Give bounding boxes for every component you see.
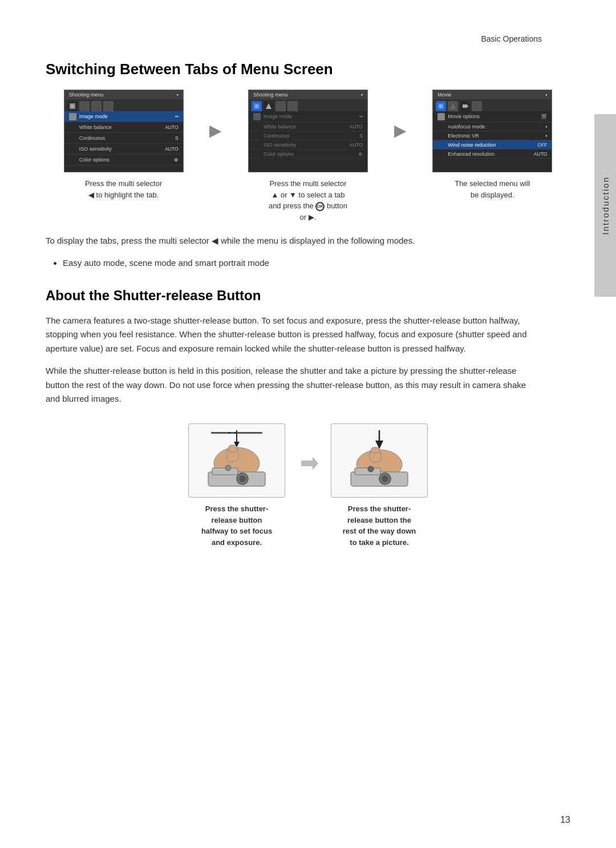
section2-para-1: The camera features a two-stage shutter-… bbox=[46, 314, 570, 356]
ms-value-3-1: 🎬 bbox=[541, 114, 547, 119]
ms-label-2-2: White balance bbox=[253, 124, 350, 130]
ms-label-3-2: Autofocus mode bbox=[437, 124, 545, 130]
ms-row-3-3: Electronic VR ▪ bbox=[433, 131, 552, 140]
section-label: Basic Operations bbox=[481, 34, 542, 43]
ms-label-1-3: Continuous bbox=[79, 135, 175, 141]
svg-marker-4 bbox=[266, 103, 271, 109]
arrow-1: ▶ bbox=[207, 90, 224, 140]
bullet-item-1: Easy auto mode, scene mode and smart por… bbox=[63, 256, 542, 270]
svg-point-1 bbox=[71, 104, 74, 108]
ms-header-1: Shooting menu ▪ bbox=[64, 90, 183, 99]
ms-tab-3 bbox=[91, 101, 102, 111]
ms-icon-2-img bbox=[253, 113, 261, 120]
ms-label-2-1: Image mode bbox=[264, 114, 359, 119]
ms-value-1-4: AUTO bbox=[165, 146, 178, 152]
svg-marker-7 bbox=[450, 103, 456, 109]
ms-tab-2-4 bbox=[287, 101, 298, 111]
ms-label-3-4: Wind noise reduction bbox=[437, 142, 537, 148]
ms-row-1-5: Color options ⊗ bbox=[64, 155, 183, 165]
ms-label-2-4: ISO sensitivity bbox=[253, 142, 350, 148]
ms-tab-2-3 bbox=[275, 101, 286, 111]
ms-row-1-4: ISO sensitivity AUTO bbox=[64, 144, 183, 155]
section1-title: Switching Between Tabs of Menu Screen bbox=[46, 60, 570, 78]
svg-point-23 bbox=[239, 475, 246, 482]
ms-row-2-3: Continuous S bbox=[249, 131, 367, 140]
ms-header-3: Movie ▪ bbox=[433, 90, 552, 99]
section2-title: About the Shutter-release Button bbox=[46, 288, 570, 304]
svg-rect-20 bbox=[212, 468, 238, 475]
menu-screenshot-3: Movie ▪ Movie opt bbox=[432, 90, 552, 172]
page: Introduction Basic Operations Switching … bbox=[0, 0, 616, 848]
ms-tab-active bbox=[67, 101, 78, 111]
ms-label-2-3: Continuous bbox=[253, 133, 359, 139]
ms-row-1-3: Continuous S bbox=[64, 133, 183, 144]
screenshot-block-1: Shooting menu ▪ Image mode ▪▪ bbox=[46, 90, 201, 200]
ms-tab-3-2 bbox=[448, 101, 458, 111]
ms-tabs-2 bbox=[249, 99, 367, 111]
svg-rect-31 bbox=[355, 468, 380, 475]
screenshot-block-2: Shooting menu ▪ Image mode ▪▪ bbox=[230, 90, 386, 223]
ms-header-2: Shooting menu ▪ bbox=[249, 90, 367, 99]
shutter-svg-2 bbox=[342, 429, 416, 492]
ms-tab-3-3 bbox=[460, 101, 470, 111]
ms-value-2-2: AUTO bbox=[350, 124, 363, 130]
section2-para-2: While the shutter-release button is held… bbox=[46, 364, 570, 406]
ms-value-3-3: ▪ bbox=[545, 133, 547, 139]
svg-rect-8 bbox=[463, 104, 467, 108]
ms-icon-2: ▪ bbox=[361, 92, 363, 98]
ms-tab-2 bbox=[79, 101, 90, 111]
ms-label-3-1: Movie options bbox=[448, 114, 541, 119]
ms-row-2-1: Image mode ▪▪ bbox=[249, 111, 367, 122]
ms-value-3-5: AUTO bbox=[534, 151, 547, 157]
ms-tab-3-4 bbox=[472, 101, 482, 111]
svg-point-6 bbox=[439, 104, 443, 108]
ms-value-1-1: ▪▪ bbox=[175, 114, 179, 119]
ms-icon-1: ▪ bbox=[176, 92, 178, 98]
ms-value-2-4: AUTO bbox=[350, 142, 363, 148]
ms-label-1-4: ISO sensitivity bbox=[79, 146, 165, 152]
ms-row-2-2: White balance AUTO bbox=[249, 122, 367, 131]
ms-row-2-4: ISO sensitivity AUTO bbox=[249, 140, 367, 150]
ms-tab-3-1 bbox=[436, 101, 446, 111]
ms-row-3-4: Wind noise reduction OFF bbox=[433, 140, 552, 150]
screenshot-block-3: Movie ▪ Movie opt bbox=[415, 90, 570, 200]
caption-1: Press the multi selector◀ to highlight t… bbox=[85, 178, 162, 200]
svg-rect-29 bbox=[371, 447, 380, 453]
ms-row-2-5: Color options ⊗ bbox=[249, 150, 367, 159]
svg-marker-24 bbox=[301, 457, 318, 470]
ms-icon-3-movie bbox=[437, 113, 445, 120]
ms-label-2-5: Color options bbox=[253, 151, 358, 157]
ms-row-1-2: White balance AUTO bbox=[64, 122, 183, 133]
ms-label-1-5: Color options bbox=[79, 157, 174, 163]
shutter-block-2: Press the shutter-release button therest… bbox=[331, 423, 428, 548]
svg-rect-11 bbox=[228, 432, 231, 434]
ms-value-1-5: ⊗ bbox=[174, 157, 179, 163]
shutter-arrow bbox=[297, 423, 319, 475]
menu-screenshot-1: Shooting menu ▪ Image mode ▪▪ bbox=[64, 90, 184, 172]
ms-row-1-1: Image mode ▪▪ bbox=[64, 111, 183, 122]
ms-tabs-3 bbox=[433, 99, 552, 111]
ms-value-3-4: OFF bbox=[537, 142, 547, 148]
ms-value-1-2: AUTO bbox=[165, 124, 178, 130]
ms-value-2-1: ▪▪ bbox=[359, 114, 363, 119]
menu-screenshot-2: Shooting menu ▪ Image mode ▪▪ bbox=[248, 90, 368, 172]
shutter-diagram-2 bbox=[331, 423, 428, 498]
bullet-list: Easy auto mode, scene mode and smart por… bbox=[63, 256, 570, 270]
ms-label-1-1: Image mode bbox=[79, 114, 175, 119]
svg-marker-9 bbox=[467, 105, 468, 107]
ms-label-1-2: White balance bbox=[79, 124, 165, 130]
side-tab-label: Introduction bbox=[601, 176, 610, 235]
ms-icon-img bbox=[69, 113, 76, 120]
ms-value-2-5: ⊗ bbox=[358, 151, 363, 157]
svg-point-21 bbox=[225, 465, 231, 471]
page-number: 13 bbox=[560, 815, 570, 825]
ms-label-3-3: Electronic VR bbox=[437, 133, 545, 139]
shutter-row: Press the shutter-release buttonhalfway … bbox=[46, 423, 570, 548]
ms-row-3-1: Movie options 🎬 bbox=[433, 111, 552, 122]
shutter-arrow-svg bbox=[297, 452, 319, 475]
ms-value-2-3: S bbox=[359, 133, 363, 139]
svg-point-34 bbox=[382, 475, 388, 482]
ms-value-1-3: S bbox=[175, 135, 179, 141]
ok-symbol: OK bbox=[315, 202, 325, 211]
ms-tab-4 bbox=[103, 101, 114, 111]
